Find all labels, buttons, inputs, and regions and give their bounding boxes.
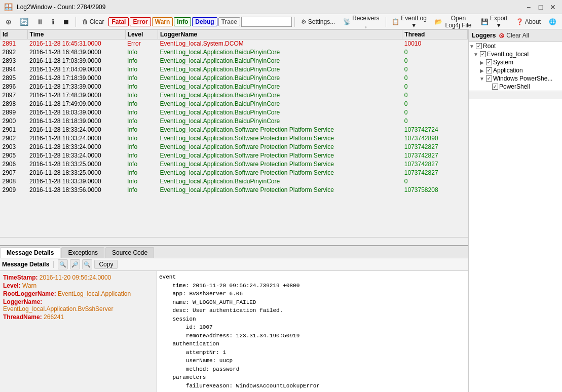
debug-level-button[interactable]: Debug [192,17,217,26]
cell-thread: 0 [402,177,468,186]
copy-button[interactable]: Copy [94,260,118,269]
tree-checkbox[interactable] [476,43,482,49]
logger-tree-item[interactable]: ▼EventLog_local [473,50,562,58]
cell-logger: EventLog_local.Application.Software Prot… [158,126,402,134]
clear-button[interactable]: 🗑 Clear [79,17,108,27]
table-row[interactable]: 29022016-11-28 18:33:24.0000InfoEventLog… [1,134,468,143]
about-button[interactable]: ❓ About [512,17,544,27]
tab-exceptions[interactable]: Exceptions [61,247,104,258]
error-level-button[interactable]: Error [130,17,151,26]
settings-label: Settings... [308,18,335,25]
close-button[interactable]: ✕ [548,2,558,12]
forward-button[interactable]: 🔄 [16,16,32,27]
logger-tree-item[interactable]: ▶System [479,58,562,66]
root-logger-label: RootLoggerName: [3,290,56,297]
tree-expander: ▼ [473,51,479,57]
tree-item-label: PowerShell [499,83,530,90]
fatal-level-button[interactable]: Fatal [108,17,129,26]
open-log4j-icon: 📂 [435,18,442,25]
zoom-in-button[interactable]: 🔍 [58,259,68,269]
cell-thread: 0 [402,83,468,91]
tree-checkbox[interactable] [492,84,498,90]
loggers-bottom-scroll[interactable] [469,91,562,99]
find-button[interactable]: 🔍 [82,259,92,269]
table-row[interactable]: 29002016-11-28 18:18:39.0000InfoEventLog… [1,117,468,126]
cell-level: Info [125,126,158,134]
eventlog-label: EventLog ▼ [401,15,427,29]
pause-button[interactable]: ⏸ [33,16,47,27]
title-bar: 🪟 Log2Window - Count: 2784/2909 − □ ✕ [0,0,562,14]
cell-time: 2016-11-28 18:33:24.0000 [27,143,125,151]
cell-level: Info [125,74,158,83]
cell-thread: 1073742724 [402,126,468,134]
minimize-button[interactable]: − [523,2,534,12]
cell-time: 2016-11-28 17:04:09.0000 [27,65,125,74]
table-row[interactable]: 28952016-11-28 17:18:39.0000InfoEventLog… [1,74,468,83]
log-table-scroll[interactable]: Id Time Level LoggerName Thread 28912016… [0,29,468,237]
logger-tree-item[interactable]: ▼Root [469,42,562,50]
logger-tree-item[interactable]: ▶Application [479,66,562,74]
export-button[interactable]: 💾 Export ▼ [477,13,511,30]
info-button[interactable]: ℹ [48,16,58,27]
eventlog-button[interactable]: 📋 EventLog ▼ [388,13,430,30]
tab-message-details[interactable]: Message Details [0,247,60,258]
clear-all-button[interactable]: ⊗ Clear All [499,31,529,40]
table-row[interactable]: 28922016-11-28 16:48:39.0000InfoEventLog… [1,48,468,57]
tab-source-code[interactable]: Source Code [105,247,154,258]
tree-checkbox[interactable] [486,67,492,73]
cell-id: 2896 [1,83,28,91]
tree-checkbox[interactable] [486,59,492,65]
cell-time: 2016-11-28 17:48:39.0000 [27,91,125,100]
zoom-out-button[interactable]: 🔎 [70,259,80,269]
loggers-header: Loggers ⊗ Clear All [469,29,562,42]
trace-level-button[interactable]: Trace [218,17,240,26]
cell-logger: EventLog_local.Application.BaiduPinyinCo… [158,91,402,100]
table-row[interactable]: 29012016-11-28 18:33:24.0000InfoEventLog… [1,126,468,134]
table-row[interactable]: 28982016-11-28 17:49:09.0000InfoEventLog… [1,100,468,108]
table-row[interactable]: 28972016-11-28 17:48:39.0000InfoEventLog… [1,91,468,100]
cell-id: 2891 [1,40,28,48]
table-row[interactable]: 29082016-11-28 18:33:39.0000InfoEventLog… [1,177,468,186]
table-row[interactable]: 29052016-11-28 18:33:24.0000InfoEventLog… [1,151,468,160]
table-row[interactable]: 28962016-11-28 17:33:39.0000InfoEventLog… [1,83,468,91]
open-log4j-button[interactable]: 📂 Open Log4j File [431,13,476,30]
thread-label: ThreadName: [3,313,42,321]
stop-button[interactable]: ⏹ [59,16,73,27]
level-label: Level: [3,282,21,289]
cell-time: 2016-11-28 18:33:24.0000 [27,126,125,134]
cell-logger: EventLog_local.System.DCOM [158,40,402,48]
cell-thread: 1073742827 [402,169,468,177]
log-table-area: Id Time Level LoggerName Thread 28912016… [0,29,468,245]
info-level-button[interactable]: Info [174,17,191,26]
tree-checkbox[interactable] [486,75,492,82]
loggers-title: Loggers [472,32,496,39]
cell-id: 2907 [1,169,28,177]
toolbar-separator-3 [386,17,386,27]
cell-time: 2016-11-28 18:33:25.0000 [27,169,125,177]
extra-button[interactable]: 🌐 [545,17,560,27]
cell-thread: 1073742890 [402,134,468,143]
eventlog-icon: 📋 [392,18,399,25]
maximize-button[interactable]: □ [536,2,546,12]
table-row[interactable]: 28932016-11-28 17:03:39.0000InfoEventLog… [1,57,468,65]
settings-button[interactable]: ⚙ Settings... [297,17,339,27]
table-row[interactable]: 29092016-11-28 18:33:56.0000InfoEventLog… [1,186,468,194]
back-button[interactable]: ⊕ [2,16,15,27]
header-thread: Thread [402,30,468,40]
table-row[interactable]: 29032016-11-28 18:33:24.0000InfoEventLog… [1,143,468,151]
cell-id: 2908 [1,177,28,186]
table-row[interactable]: 29072016-11-28 18:33:25.0000InfoEventLog… [1,169,468,177]
message-details-right[interactable]: event time: 2016-11-20 09:56:24.739219 +… [157,271,468,392]
search-input[interactable] [241,17,292,27]
tree-checkbox[interactable] [480,51,486,57]
receivers-button[interactable]: 📡 Receivers , [340,13,383,30]
table-row[interactable]: 28992016-11-28 18:03:39.0000InfoEventLog… [1,108,468,117]
logger-tree-item[interactable]: ▼Windows PowerShe... [479,74,562,83]
warn-level-button[interactable]: Warn [152,17,173,26]
table-row[interactable]: 28912016-11-28 16:45:31.0000ErrorEventLo… [1,40,468,48]
export-icon: 💾 [481,18,489,25]
horizontal-scrollbar[interactable] [0,237,468,245]
table-row[interactable]: 29062016-11-28 18:33:25.0000InfoEventLog… [1,160,468,169]
logger-tree-item[interactable]: PowerShell [485,83,562,91]
table-row[interactable]: 28942016-11-28 17:04:09.0000InfoEventLog… [1,65,468,74]
